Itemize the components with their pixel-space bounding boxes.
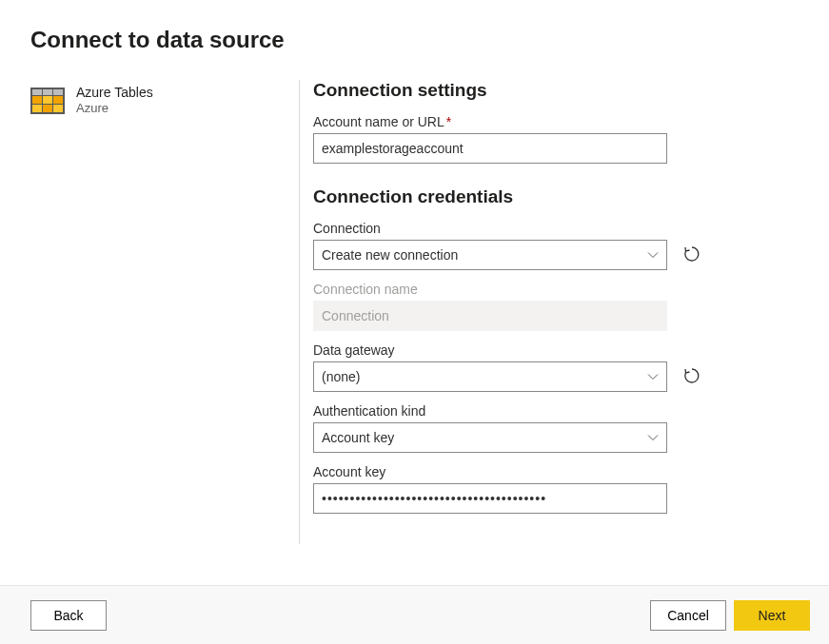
svg-rect-5 bbox=[43, 96, 52, 104]
auth-kind-label: Authentication kind bbox=[313, 403, 799, 419]
refresh-gateway-button[interactable] bbox=[681, 365, 703, 388]
svg-rect-4 bbox=[32, 96, 42, 104]
account-name-input[interactable] bbox=[313, 133, 667, 164]
data-gateway-label: Data gateway bbox=[313, 342, 799, 358]
account-name-label: Account name or URL* bbox=[313, 114, 799, 129]
connection-settings-heading: Connection settings bbox=[313, 80, 799, 101]
data-gateway-select[interactable]: (none) bbox=[313, 361, 667, 392]
svg-rect-8 bbox=[43, 105, 52, 112]
connection-select[interactable]: Create new connection bbox=[313, 240, 667, 270]
svg-rect-7 bbox=[32, 105, 42, 112]
refresh-connection-button[interactable] bbox=[681, 244, 703, 266]
svg-rect-3 bbox=[53, 89, 63, 95]
page-title: Connect to data source bbox=[30, 27, 799, 53]
auth-kind-select[interactable]: Account key bbox=[313, 422, 667, 453]
svg-rect-1 bbox=[32, 89, 42, 95]
svg-rect-9 bbox=[53, 105, 63, 112]
connector-name: Azure Tables bbox=[76, 84, 153, 101]
refresh-icon bbox=[682, 366, 701, 388]
cancel-button[interactable]: Cancel bbox=[650, 600, 726, 631]
account-key-label: Account key bbox=[313, 464, 799, 479]
dialog-footer: Back Cancel Next bbox=[0, 585, 829, 644]
chevron-down-icon bbox=[647, 249, 659, 261]
chevron-down-icon bbox=[647, 371, 659, 382]
required-indicator: * bbox=[446, 114, 451, 129]
azure-tables-icon bbox=[30, 84, 65, 118]
svg-rect-6 bbox=[53, 96, 63, 104]
chevron-down-icon bbox=[647, 432, 659, 443]
connector-summary: Azure Tables Azure bbox=[30, 80, 299, 544]
vertical-divider bbox=[299, 80, 300, 544]
connection-name-label: Connection name bbox=[313, 282, 799, 297]
refresh-icon bbox=[682, 244, 701, 266]
account-key-input[interactable] bbox=[313, 483, 667, 514]
svg-rect-2 bbox=[43, 89, 52, 95]
next-button[interactable]: Next bbox=[734, 600, 810, 631]
connection-credentials-heading: Connection credentials bbox=[313, 186, 799, 207]
connector-publisher: Azure bbox=[76, 101, 153, 117]
connection-label: Connection bbox=[313, 221, 799, 236]
connection-name-input bbox=[313, 301, 667, 331]
back-button[interactable]: Back bbox=[30, 600, 107, 631]
